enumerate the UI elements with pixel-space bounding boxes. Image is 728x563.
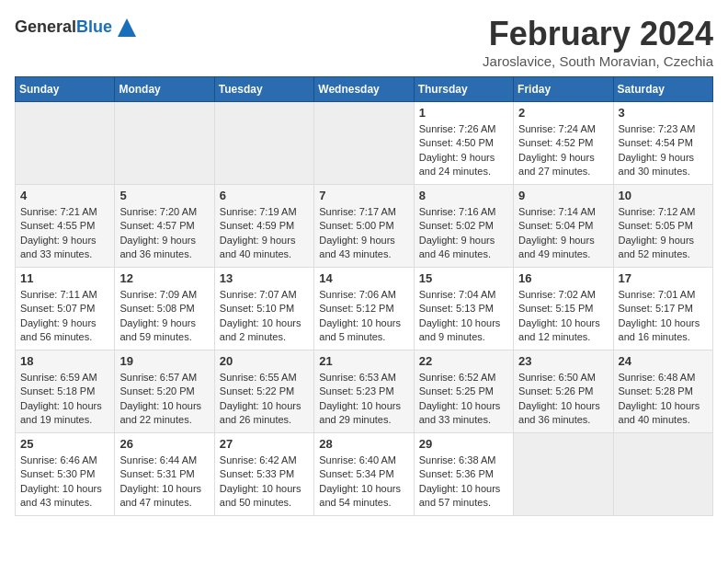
day-info: Sunrise: 6:55 AM Sunset: 5:22 PM Dayligh… [220, 371, 309, 428]
day-number: 5 [119, 189, 209, 202]
calendar-cell: 17Sunrise: 7:01 AM Sunset: 5:17 PM Dayli… [613, 268, 712, 350]
calendar-cell: 8Sunrise: 7:16 AM Sunset: 5:02 PM Daylig… [414, 185, 513, 268]
day-info: Sunrise: 6:48 AM Sunset: 5:28 PM Dayligh… [619, 371, 708, 428]
day-number: 25 [20, 437, 109, 451]
calendar-cell: 20Sunrise: 6:55 AM Sunset: 5:22 PM Dayli… [214, 350, 313, 433]
calendar-cell [613, 433, 712, 516]
week-row-2: 4Sunrise: 7:21 AM Sunset: 4:55 PM Daylig… [16, 185, 713, 268]
day-info: Sunrise: 6:40 AM Sunset: 5:34 PM Dayligh… [319, 454, 408, 511]
day-header-monday: Monday [115, 77, 214, 102]
day-header-sunday: Sunday [16, 77, 115, 102]
day-number: 1 [419, 106, 508, 120]
header: GeneralBlue February 2024 Jaroslavice, S… [15, 15, 713, 69]
day-info: Sunrise: 6:57 AM Sunset: 5:20 PM Dayligh… [119, 371, 209, 428]
calendar-cell: 13Sunrise: 7:07 AM Sunset: 5:10 PM Dayli… [214, 268, 313, 350]
calendar-table: SundayMondayTuesdayWednesdayThursdayFrid… [15, 76, 713, 516]
day-info: Sunrise: 7:09 AM Sunset: 5:08 PM Dayligh… [119, 288, 209, 345]
day-header-saturday: Saturday [613, 77, 712, 102]
calendar-cell: 26Sunrise: 6:44 AM Sunset: 5:31 PM Dayli… [115, 433, 214, 516]
day-info: Sunrise: 7:04 AM Sunset: 5:13 PM Dayligh… [419, 288, 508, 345]
day-number: 10 [619, 189, 708, 202]
calendar-cell: 25Sunrise: 6:46 AM Sunset: 5:30 PM Dayli… [16, 433, 115, 516]
day-number: 15 [419, 271, 508, 285]
calendar-cell: 18Sunrise: 6:59 AM Sunset: 5:18 PM Dayli… [16, 350, 115, 433]
day-info: Sunrise: 7:07 AM Sunset: 5:10 PM Dayligh… [220, 288, 309, 345]
day-info: Sunrise: 6:38 AM Sunset: 5:36 PM Dayligh… [419, 454, 508, 511]
day-number: 28 [319, 437, 408, 451]
calendar-cell: 29Sunrise: 6:38 AM Sunset: 5:36 PM Dayli… [414, 433, 513, 516]
day-info: Sunrise: 7:12 AM Sunset: 5:05 PM Dayligh… [619, 205, 708, 262]
logo-blue-text: Blue [76, 17, 112, 36]
calendar-cell: 15Sunrise: 7:04 AM Sunset: 5:13 PM Dayli… [414, 268, 513, 350]
calendar-cell: 14Sunrise: 7:06 AM Sunset: 5:12 PM Dayli… [314, 268, 414, 350]
day-number: 13 [220, 271, 309, 285]
calendar-cell [16, 102, 115, 185]
day-info: Sunrise: 7:06 AM Sunset: 5:12 PM Dayligh… [319, 288, 408, 345]
calendar-cell [514, 433, 613, 516]
day-header-friday: Friday [514, 77, 613, 102]
calendar-cell: 9Sunrise: 7:14 AM Sunset: 5:04 PM Daylig… [514, 185, 613, 268]
day-info: Sunrise: 7:21 AM Sunset: 4:55 PM Dayligh… [20, 205, 109, 262]
day-info: Sunrise: 6:53 AM Sunset: 5:23 PM Dayligh… [319, 371, 408, 428]
day-number: 7 [319, 189, 408, 202]
week-row-3: 11Sunrise: 7:11 AM Sunset: 5:07 PM Dayli… [16, 268, 713, 350]
calendar-cell: 1Sunrise: 7:26 AM Sunset: 4:50 PM Daylig… [414, 102, 513, 185]
day-header-tuesday: Tuesday [214, 77, 313, 102]
calendar-cell: 4Sunrise: 7:21 AM Sunset: 4:55 PM Daylig… [16, 185, 115, 268]
week-row-5: 25Sunrise: 6:46 AM Sunset: 5:30 PM Dayli… [16, 433, 713, 516]
logo-general-text: General [15, 17, 76, 36]
day-number: 18 [20, 354, 109, 368]
day-header-thursday: Thursday [414, 77, 513, 102]
day-number: 17 [619, 271, 708, 285]
day-info: Sunrise: 7:14 AM Sunset: 5:04 PM Dayligh… [518, 205, 608, 262]
day-number: 23 [518, 354, 608, 368]
day-info: Sunrise: 6:50 AM Sunset: 5:26 PM Dayligh… [518, 371, 608, 428]
day-info: Sunrise: 7:16 AM Sunset: 5:02 PM Dayligh… [419, 205, 508, 262]
calendar-cell: 2Sunrise: 7:24 AM Sunset: 4:52 PM Daylig… [514, 102, 613, 185]
day-number: 19 [119, 354, 209, 368]
day-number: 14 [319, 271, 408, 285]
calendar-cell: 23Sunrise: 6:50 AM Sunset: 5:26 PM Dayli… [514, 350, 613, 433]
day-number: 21 [319, 354, 408, 368]
day-info: Sunrise: 7:02 AM Sunset: 5:15 PM Dayligh… [518, 288, 608, 345]
day-number: 9 [518, 189, 608, 202]
day-info: Sunrise: 7:26 AM Sunset: 4:50 PM Dayligh… [419, 122, 508, 179]
day-number: 8 [419, 189, 508, 202]
calendar-cell: 21Sunrise: 6:53 AM Sunset: 5:23 PM Dayli… [314, 350, 414, 433]
day-number: 4 [20, 189, 109, 202]
calendar-cell: 12Sunrise: 7:09 AM Sunset: 5:08 PM Dayli… [115, 268, 214, 350]
svg-marker-0 [118, 18, 136, 37]
day-info: Sunrise: 7:17 AM Sunset: 5:00 PM Dayligh… [319, 205, 408, 262]
calendar-cell: 7Sunrise: 7:17 AM Sunset: 5:00 PM Daylig… [314, 185, 414, 268]
day-info: Sunrise: 7:24 AM Sunset: 4:52 PM Dayligh… [518, 122, 608, 179]
day-header-wednesday: Wednesday [314, 77, 414, 102]
day-number: 3 [619, 106, 708, 120]
calendar-cell: 27Sunrise: 6:42 AM Sunset: 5:33 PM Dayli… [214, 433, 313, 516]
logo: GeneralBlue [15, 15, 140, 40]
calendar-cell: 10Sunrise: 7:12 AM Sunset: 5:05 PM Dayli… [613, 185, 712, 268]
main-title: February 2024 [483, 15, 713, 53]
day-number: 29 [419, 437, 508, 451]
calendar-cell [314, 102, 414, 185]
week-row-1: 1Sunrise: 7:26 AM Sunset: 4:50 PM Daylig… [16, 102, 713, 185]
day-info: Sunrise: 7:20 AM Sunset: 4:57 PM Dayligh… [119, 205, 209, 262]
day-number: 20 [220, 354, 309, 368]
calendar-cell: 28Sunrise: 6:40 AM Sunset: 5:34 PM Dayli… [314, 433, 414, 516]
day-info: Sunrise: 6:52 AM Sunset: 5:25 PM Dayligh… [419, 371, 508, 428]
calendar-cell: 11Sunrise: 7:11 AM Sunset: 5:07 PM Dayli… [16, 268, 115, 350]
calendar-cell: 3Sunrise: 7:23 AM Sunset: 4:54 PM Daylig… [613, 102, 712, 185]
calendar-cell: 24Sunrise: 6:48 AM Sunset: 5:28 PM Dayli… [613, 350, 712, 433]
day-info: Sunrise: 7:23 AM Sunset: 4:54 PM Dayligh… [619, 122, 708, 179]
day-number: 16 [518, 271, 608, 285]
calendar-cell [214, 102, 313, 185]
calendar-cell: 19Sunrise: 6:57 AM Sunset: 5:20 PM Dayli… [115, 350, 214, 433]
day-number: 2 [518, 106, 608, 120]
day-info: Sunrise: 7:11 AM Sunset: 5:07 PM Dayligh… [20, 288, 109, 345]
day-number: 27 [220, 437, 309, 451]
day-info: Sunrise: 7:19 AM Sunset: 4:59 PM Dayligh… [220, 205, 309, 262]
title-area: February 2024 Jaroslavice, South Moravia… [483, 15, 713, 69]
week-row-4: 18Sunrise: 6:59 AM Sunset: 5:18 PM Dayli… [16, 350, 713, 433]
day-number: 22 [419, 354, 508, 368]
calendar-cell: 6Sunrise: 7:19 AM Sunset: 4:59 PM Daylig… [214, 185, 313, 268]
calendar-cell [115, 102, 214, 185]
